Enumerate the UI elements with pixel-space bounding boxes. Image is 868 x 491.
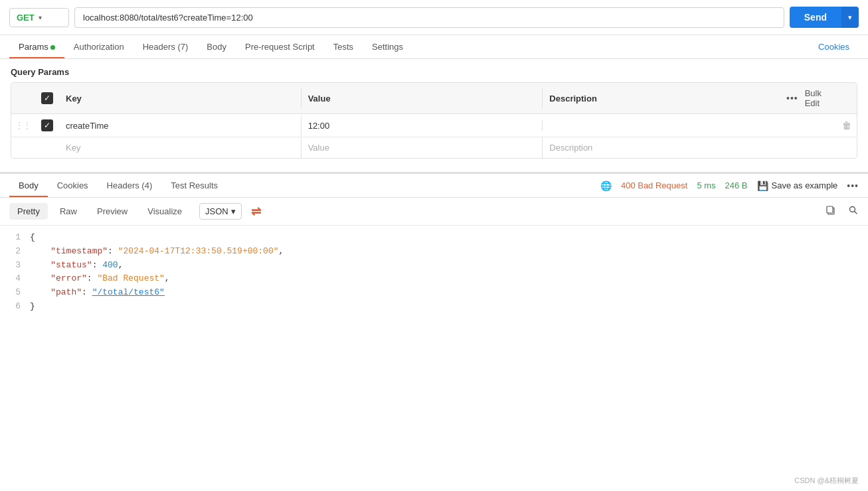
check-col-header: ✓ (35, 87, 59, 109)
json-code-area: 1 { 2 "timestamp": "2024-04-17T12:33:50.… (0, 226, 868, 319)
url-bar: GET ▾ Send ▾ (0, 0, 868, 35)
format-chevron-icon: ▾ (231, 206, 236, 216)
description-col-header: Description (542, 88, 784, 109)
response-more-icon[interactable]: ••• (847, 180, 859, 191)
tab-headers[interactable]: Headers (7) (133, 35, 198, 58)
drag-handle[interactable]: ⋮⋮ (11, 115, 35, 135)
select-all-checkbox[interactable]: ✓ (41, 92, 53, 104)
query-params-title: Query Params (11, 67, 857, 77)
view-raw-button[interactable]: Raw (52, 203, 85, 220)
query-params-section: Query Params ✓ Key Value Description •••… (0, 59, 868, 159)
row-checkbox[interactable]: ✓ (41, 119, 53, 131)
placeholder-desc[interactable]: Description (542, 137, 784, 158)
code-line-1: 1 { (0, 231, 868, 245)
method-label: GET (17, 13, 35, 23)
chevron-down-icon: ▾ (39, 14, 42, 21)
key-col-header: Key (59, 88, 301, 109)
response-tab-test-results[interactable]: Test Results (161, 174, 227, 197)
placeholder-value[interactable]: Value (301, 137, 543, 158)
bulk-edit-button[interactable]: Bulk Edit (805, 88, 831, 108)
svg-line-3 (855, 211, 857, 213)
params-table-header: ✓ Key Value Description ••• Bulk Edit (11, 83, 857, 114)
request-tabs-bar: Params Authorization Headers (7) Body Pr… (0, 35, 868, 59)
svg-point-2 (850, 206, 855, 212)
drag-col-header (11, 93, 35, 104)
globe-icon: 🌐 (600, 180, 612, 191)
value-col-header: Value (301, 88, 543, 109)
placeholder-key[interactable]: Key (59, 137, 301, 158)
code-line-2: 2 "timestamp": "2024-04-17T12:33:50.519+… (0, 245, 868, 259)
table-row: ⋮⋮ ✓ createTime 12:00 🗑 (11, 114, 857, 137)
tab-body[interactable]: Body (197, 35, 236, 58)
tab-params[interactable]: Params (9, 35, 64, 58)
drag-dots-icon: ⋮⋮ (15, 121, 31, 130)
response-tab-body[interactable]: Body (9, 174, 48, 197)
tab-settings[interactable]: Settings (363, 35, 412, 58)
response-tab-cookies[interactable]: Cookies (48, 174, 98, 197)
response-time: 5 ms (697, 180, 715, 190)
send-dropdown-button[interactable]: ▾ (841, 7, 859, 28)
view-pretty-button[interactable]: Pretty (9, 203, 48, 220)
response-section: Body Cookies Headers (4) Test Results 🌐 … (0, 172, 868, 319)
tab-authorization[interactable]: Authorization (64, 35, 133, 58)
search-button[interactable] (848, 205, 859, 218)
delete-icon: 🗑 (842, 120, 851, 131)
delete-col-header (837, 93, 857, 104)
code-line-3: 3 "status": 400, (0, 259, 868, 273)
code-line-5: 5 "path": "/total/test6" (0, 286, 868, 300)
word-wrap-button[interactable]: ⇌ (251, 204, 261, 219)
method-selector[interactable]: GET ▾ (9, 8, 69, 27)
format-selector[interactable]: JSON ▾ (199, 203, 242, 220)
send-button[interactable]: Send (790, 7, 841, 28)
param-key-cell[interactable]: createTime (59, 115, 301, 136)
send-button-group: Send ▾ (790, 7, 859, 28)
code-line-4: 4 "error": "Bad Request", (0, 272, 868, 286)
save-example-button[interactable]: 💾 Save as example (757, 180, 838, 191)
header-actions: ••• Bulk Edit (784, 83, 837, 113)
row-checkbox-wrap: ✓ (35, 114, 59, 137)
params-placeholder-row: Key Value Description (11, 137, 857, 158)
row-delete[interactable]: 🗑 (837, 115, 857, 136)
tab-pre-request-script[interactable]: Pre-request Script (236, 35, 324, 58)
response-status: 400 Bad Request (621, 180, 687, 190)
response-tabs-bar: Body Cookies Headers (4) Test Results 🌐 … (0, 174, 868, 198)
response-meta: 🌐 400 Bad Request 5 ms 246 B 💾 Save as e… (600, 180, 859, 191)
view-visualize-button[interactable]: Visualize (139, 203, 190, 220)
response-body-toolbar: Pretty Raw Preview Visualize JSON ▾ ⇌ (0, 198, 868, 226)
code-line-6: 6 } (0, 300, 868, 314)
params-table: ✓ Key Value Description ••• Bulk Edit ⋮⋮… (11, 82, 857, 159)
response-tab-headers[interactable]: Headers (4) (98, 174, 162, 197)
more-icon[interactable]: ••• (786, 93, 798, 104)
url-input[interactable] (74, 7, 784, 28)
tab-cookies[interactable]: Cookies (809, 35, 859, 58)
view-preview-button[interactable]: Preview (89, 203, 135, 220)
copy-button[interactable] (825, 205, 836, 218)
svg-rect-1 (827, 206, 833, 213)
tab-tests[interactable]: Tests (324, 35, 363, 58)
response-size: 246 B (725, 180, 748, 190)
param-description-cell[interactable] (542, 120, 784, 131)
save-icon: 💾 (757, 180, 768, 191)
param-value-cell[interactable]: 12:00 (301, 115, 543, 136)
row-actions (784, 120, 837, 131)
params-active-dot (50, 45, 55, 50)
